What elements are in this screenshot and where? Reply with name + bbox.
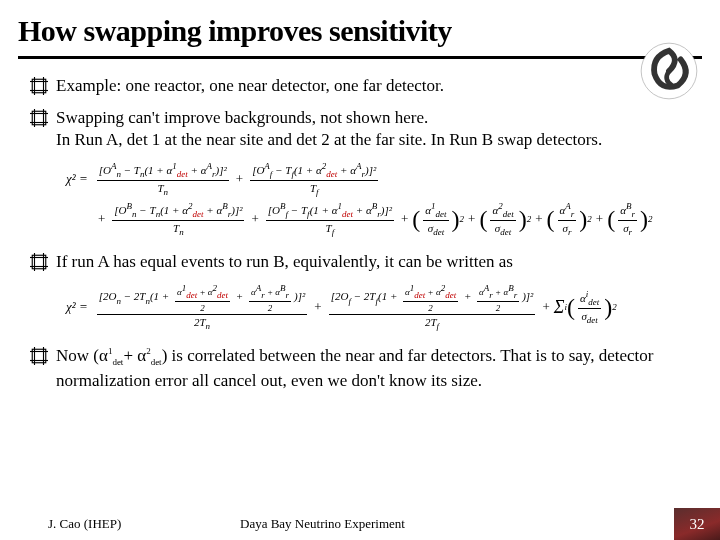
bullet-icon: [30, 253, 48, 271]
bullet-icon: [30, 77, 48, 95]
bullet-1: Example: one reactor, one near detector,…: [30, 75, 690, 97]
bullet-icon: [30, 347, 48, 365]
content-area: Example: one reactor, one near detector,…: [0, 59, 720, 392]
bullet-3: If run A has equal events to run B, equi…: [30, 251, 690, 273]
bullet-2: Swapping can't improve backgrounds, not …: [30, 107, 690, 151]
footer-experiment: Daya Bay Neutrino Experiment: [200, 516, 674, 532]
bullet-3-text: If run A has equal events to run B, equi…: [56, 251, 690, 273]
formula-chi2-simplified: χ² = [2On − 2Tn(1 + α1det + α2det2 + αAr…: [66, 283, 690, 331]
bullet-2-text: Swapping can't improve backgrounds, not …: [56, 107, 690, 151]
footer: J. Cao (IHEP) Daya Bay Neutrino Experime…: [0, 508, 720, 540]
bullet-icon: [30, 109, 48, 127]
formula-chi2-full: χ² = [OAn − Tn(1 + α1det + αAr)]² Tn + […: [66, 161, 690, 237]
slide-title: How swapping improves sensitivity: [0, 0, 720, 56]
bullet-4-text: Now (α1det+ α2det) is correlated between…: [56, 345, 690, 391]
page-number: 32: [674, 508, 720, 540]
bullet-4: Now (α1det+ α2det) is correlated between…: [30, 345, 690, 391]
bullet-1-text: Example: one reactor, one near detector,…: [56, 75, 690, 97]
footer-author: J. Cao (IHEP): [0, 516, 200, 532]
spiral-logo: [640, 42, 698, 100]
